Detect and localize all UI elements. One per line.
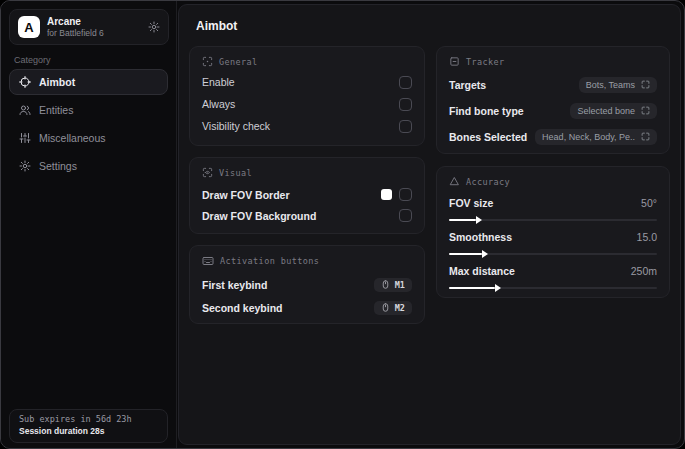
setting-row-bones-selected: Bones Selected Head, Neck, Body, Pe.. [449, 124, 657, 149]
setting-label: Bones Selected [449, 131, 527, 143]
gear-icon[interactable] [148, 21, 160, 33]
sidebar-item-label: Settings [39, 160, 77, 172]
keybind-value: M1 [395, 280, 405, 290]
main-content: Aimbot General Enable Always Visibility … [178, 4, 681, 445]
expand-icon [641, 106, 650, 115]
second-keybind-button[interactable]: M2 [374, 301, 412, 315]
panel-tracker: Tracker Targets Bots, Teams Find bone ty… [436, 46, 670, 154]
gear-icon [19, 160, 31, 172]
panel-general-header: General [202, 56, 412, 67]
bones-selected-select[interactable]: Head, Neck, Body, Pe.. [535, 129, 657, 145]
panel-tracker-header: Tracker [449, 56, 657, 67]
slider-fill [449, 253, 482, 255]
sidebar-item-label: Entities [39, 104, 73, 116]
subscription-card: Sub expires in 56d 23h Session duration … [9, 409, 168, 443]
sidebar-item-miscellaneous[interactable]: Miscellaneous [9, 125, 168, 151]
first-keybind-button[interactable]: M1 [374, 278, 412, 292]
setting-label: Targets [449, 79, 486, 91]
app-header-card: A Arcane for Battlefield 6 [9, 9, 169, 45]
sidebar-item-label: Miscellaneous [39, 132, 106, 144]
max-distance-value: 250m [631, 265, 657, 277]
panel-visual: Visual Draw FOV Border Draw FOV Backgrou… [189, 157, 425, 234]
select-value: Head, Neck, Body, Pe.. [542, 132, 635, 142]
slider-head: FOV size 50° [449, 196, 657, 210]
session-duration-text: Session duration 28s [19, 426, 158, 436]
sub-expiry-text: Sub expires in 56d 23h [19, 414, 158, 424]
setting-label: Always [202, 98, 235, 110]
select-value: Bots, Teams [586, 80, 635, 90]
panel-general: General Enable Always Visibility check [189, 46, 425, 146]
triangle-icon [449, 176, 460, 187]
smoothness-value: 15.0 [637, 231, 657, 243]
visibility-check-checkbox[interactable] [399, 120, 412, 133]
sidebar: A Arcane for Battlefield 6 Category Aimb… [1, 1, 177, 448]
keybind-value: M2 [395, 303, 405, 313]
mouse-icon [381, 303, 390, 312]
enable-checkbox[interactable] [399, 76, 412, 89]
max-distance-setting: Max distance 250m [449, 264, 657, 289]
setting-row-find-bone-type: Find bone type Selected bone [449, 98, 657, 123]
setting-label: Max distance [449, 265, 515, 277]
panel-accuracy: Accuracy FOV size 50° Smoothness 15.0 [436, 166, 670, 298]
category-label: Category [14, 55, 51, 65]
find-bone-type-select[interactable]: Selected bone [570, 103, 657, 119]
slider-head: Smoothness 15.0 [449, 230, 657, 244]
page-title: Aimbot [196, 19, 237, 33]
slider-thumb[interactable] [476, 216, 482, 224]
slider-thumb[interactable] [495, 284, 501, 292]
setting-row-draw-fov-background: Draw FOV Background [202, 205, 412, 226]
slider-fill [449, 287, 495, 289]
slider-thumb[interactable] [482, 250, 488, 258]
scan-icon [202, 56, 213, 67]
setting-row-draw-fov-border: Draw FOV Border [202, 184, 412, 205]
keyboard-icon [202, 255, 214, 267]
setting-label: Second keybind [202, 302, 283, 314]
mouse-icon [381, 280, 390, 289]
slider-fill [449, 219, 476, 221]
setting-label: Enable [202, 76, 235, 88]
sidebar-nav: Aimbot Entities Miscellaneous Settings [9, 69, 168, 181]
app-name: Arcane [47, 16, 141, 28]
panel-visual-header: Visual [202, 167, 412, 178]
app-subtitle: for Battlefield 6 [47, 28, 141, 38]
scan-eye-icon [202, 167, 213, 178]
always-checkbox[interactable] [399, 98, 412, 111]
panel-title-label: Accuracy [466, 177, 510, 187]
setting-label: Smoothness [449, 231, 512, 243]
sliders-icon [19, 132, 31, 144]
app-window: A Arcane for Battlefield 6 Category Aimb… [0, 0, 685, 449]
setting-label: Draw FOV Border [202, 189, 290, 201]
app-logo: A [18, 16, 40, 38]
setting-row-visibility-check: Visibility check [202, 115, 412, 137]
fov-border-color-swatch[interactable] [381, 189, 392, 200]
select-value: Selected bone [577, 106, 635, 116]
app-titles: Arcane for Battlefield 6 [47, 16, 141, 38]
sidebar-item-label: Aimbot [39, 76, 75, 88]
targets-select[interactable]: Bots, Teams [579, 77, 657, 93]
setting-row-enable: Enable [202, 71, 412, 93]
draw-fov-background-checkbox[interactable] [399, 209, 412, 222]
square-minus-icon [449, 56, 460, 67]
fov-size-slider[interactable] [449, 219, 657, 221]
sidebar-item-aimbot[interactable]: Aimbot [9, 69, 168, 95]
panel-activation-buttons: Activation buttons First keybind M1 Seco… [189, 245, 425, 324]
smoothness-slider[interactable] [449, 253, 657, 255]
users-icon [19, 104, 31, 116]
panel-title-label: Visual [219, 168, 252, 178]
setting-label: FOV size [449, 197, 493, 209]
panel-title-label: Tracker [466, 57, 505, 67]
fov-size-value: 50° [641, 197, 657, 209]
max-distance-slider[interactable] [449, 287, 657, 289]
sidebar-item-settings[interactable]: Settings [9, 153, 168, 179]
setting-controls [381, 188, 412, 201]
setting-label: Visibility check [202, 120, 270, 132]
draw-fov-border-checkbox[interactable] [399, 188, 412, 201]
smoothness-setting: Smoothness 15.0 [449, 230, 657, 255]
panel-accuracy-header: Accuracy [449, 176, 657, 187]
setting-row-always: Always [202, 93, 412, 115]
panel-title-label: General [219, 57, 258, 67]
setting-row-targets: Targets Bots, Teams [449, 72, 657, 97]
setting-label: Draw FOV Background [202, 210, 316, 222]
expand-icon [641, 80, 650, 89]
sidebar-item-entities[interactable]: Entities [9, 97, 168, 123]
